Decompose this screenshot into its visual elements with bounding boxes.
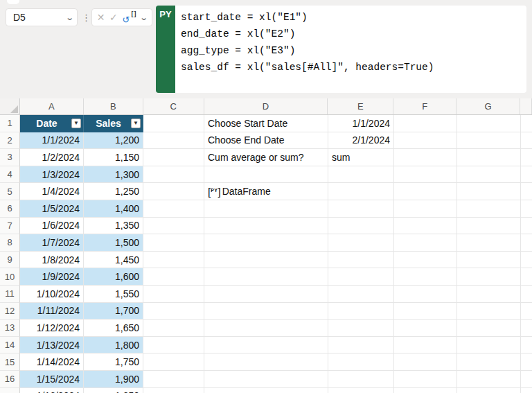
cell-G7[interactable] bbox=[457, 218, 521, 235]
cell-G6[interactable] bbox=[457, 200, 521, 218]
cell-G14[interactable] bbox=[457, 337, 521, 354]
cell-B7[interactable]: 1,350 bbox=[84, 218, 143, 235]
cell-F5[interactable] bbox=[394, 183, 457, 200]
cell-G10[interactable] bbox=[457, 268, 521, 286]
cell-G5[interactable] bbox=[457, 183, 521, 200]
cell-C2[interactable] bbox=[143, 132, 204, 150]
cell-H8[interactable] bbox=[521, 234, 532, 252]
cell-G8[interactable] bbox=[457, 234, 521, 252]
cell-E5[interactable] bbox=[328, 183, 394, 200]
cell-B13[interactable]: 1,650 bbox=[84, 320, 143, 337]
cell-A4[interactable]: 1/3/2024 bbox=[20, 166, 84, 184]
cell-H2[interactable] bbox=[521, 132, 532, 150]
table-header-date[interactable]: Date▼ bbox=[20, 115, 84, 132]
cell-H7[interactable] bbox=[521, 218, 532, 235]
cell-G1[interactable] bbox=[457, 115, 521, 132]
cell-C6[interactable] bbox=[143, 200, 204, 218]
sales-filter-button[interactable]: ▼ bbox=[131, 119, 141, 128]
cell-G16[interactable] bbox=[457, 371, 521, 388]
cell-F10[interactable] bbox=[394, 268, 457, 286]
cell-G13[interactable] bbox=[457, 320, 521, 337]
cell-G4[interactable] bbox=[457, 166, 521, 184]
cell-D1[interactable]: Choose Start Date bbox=[204, 115, 328, 132]
row-header-1[interactable]: 1 bbox=[0, 115, 20, 132]
row-header-10[interactable]: 10 bbox=[0, 268, 20, 286]
column-header-A[interactable]: A bbox=[20, 98, 84, 114]
cancel-icon[interactable]: ✕ bbox=[97, 12, 105, 22]
cell-B11[interactable]: 1,550 bbox=[84, 286, 143, 303]
cell-E12[interactable] bbox=[328, 303, 394, 320]
cell-B8[interactable]: 1,500 bbox=[84, 234, 143, 252]
name-box[interactable]: D5 ⌄ bbox=[6, 8, 78, 26]
cell-E14[interactable] bbox=[328, 337, 394, 354]
row-header-17[interactable]: 17 bbox=[0, 388, 20, 393]
row-header-3[interactable]: 3 bbox=[0, 149, 20, 166]
cell-F11[interactable] bbox=[394, 286, 457, 303]
cell-E13[interactable] bbox=[328, 320, 394, 337]
cell-E16[interactable] bbox=[328, 371, 394, 388]
cell-C1[interactable] bbox=[143, 115, 204, 132]
cell-C14[interactable] bbox=[143, 337, 204, 354]
select-all-corner[interactable] bbox=[0, 98, 20, 114]
row-header-9[interactable]: 9 bbox=[0, 252, 20, 269]
cell-H1[interactable] bbox=[521, 115, 532, 132]
cell-H6[interactable] bbox=[521, 200, 532, 218]
cell-G17[interactable] bbox=[457, 388, 521, 393]
cell-E6[interactable] bbox=[328, 200, 394, 218]
cell-D3[interactable]: Cum average or sum? bbox=[204, 149, 328, 166]
cell-B4[interactable]: 1,300 bbox=[84, 166, 143, 184]
cell-F17[interactable] bbox=[394, 388, 457, 393]
cell-A3[interactable]: 1/2/2024 bbox=[20, 149, 84, 166]
cell-B6[interactable]: 1,400 bbox=[84, 200, 143, 218]
cell-E4[interactable] bbox=[328, 166, 394, 184]
cell-D15[interactable] bbox=[204, 353, 328, 371]
cell-E8[interactable] bbox=[328, 234, 394, 252]
row-header-15[interactable]: 15 bbox=[0, 353, 20, 371]
cell-H11[interactable] bbox=[521, 286, 532, 303]
cell-A8[interactable]: 1/7/2024 bbox=[20, 234, 84, 252]
chevron-down-icon[interactable]: ⌄ bbox=[65, 14, 74, 21]
cell-F7[interactable] bbox=[394, 218, 457, 235]
cell-E1[interactable]: 1/1/2024 bbox=[328, 115, 394, 132]
cell-G3[interactable] bbox=[457, 149, 521, 166]
cell-A13[interactable]: 1/12/2024 bbox=[20, 320, 84, 337]
cell-D5[interactable]: [PY]DataFrame bbox=[204, 183, 328, 200]
cell-B12[interactable]: 1,700 bbox=[84, 303, 143, 320]
cell-B5[interactable]: 1,250 bbox=[84, 183, 143, 200]
cell-E2[interactable]: 2/1/2024 bbox=[328, 132, 394, 150]
cell-G2[interactable] bbox=[457, 132, 521, 150]
cell-F12[interactable] bbox=[394, 303, 457, 320]
cell-B3[interactable]: 1,150 bbox=[84, 149, 143, 166]
cell-H4[interactable] bbox=[521, 166, 532, 184]
row-header-5[interactable]: 5 bbox=[0, 183, 20, 200]
row-header-4[interactable]: 4 bbox=[0, 166, 20, 184]
cell-A14[interactable]: 1/13/2024 bbox=[20, 337, 84, 354]
cell-C3[interactable] bbox=[143, 149, 204, 166]
enter-icon[interactable]: ✓ bbox=[109, 12, 118, 22]
column-header-B[interactable]: B bbox=[84, 98, 143, 114]
cell-F6[interactable] bbox=[394, 200, 457, 218]
cell-B17[interactable]: 1,850 bbox=[84, 388, 143, 393]
cell-G12[interactable] bbox=[457, 303, 521, 320]
cell-E17[interactable] bbox=[328, 388, 394, 393]
cell-A9[interactable]: 1/8/2024 bbox=[20, 252, 84, 269]
cell-D11[interactable] bbox=[204, 286, 328, 303]
cell-A17[interactable]: 1/16/2024 bbox=[20, 388, 84, 393]
cell-H9[interactable] bbox=[521, 252, 532, 269]
row-header-6[interactable]: 6 bbox=[0, 200, 20, 218]
cell-H5[interactable] bbox=[521, 183, 532, 200]
formula-code-editor[interactable]: start_date = xl("E1") end_date = xl("E2"… bbox=[175, 6, 526, 93]
cell-D8[interactable] bbox=[204, 234, 328, 252]
row-header-11[interactable]: 11 bbox=[0, 286, 20, 303]
cell-D10[interactable] bbox=[204, 268, 328, 286]
cell-H14[interactable] bbox=[521, 337, 532, 354]
row-header-2[interactable]: 2 bbox=[0, 132, 20, 150]
cell-H16[interactable] bbox=[521, 371, 532, 388]
cell-A11[interactable]: 1/10/2024 bbox=[20, 286, 84, 303]
date-filter-button[interactable]: ▼ bbox=[71, 119, 81, 128]
cell-H12[interactable] bbox=[521, 303, 532, 320]
cell-H10[interactable] bbox=[521, 268, 532, 286]
cell-F2[interactable] bbox=[394, 132, 457, 150]
column-header-F[interactable]: F bbox=[393, 98, 456, 114]
cell-C13[interactable] bbox=[143, 320, 204, 337]
